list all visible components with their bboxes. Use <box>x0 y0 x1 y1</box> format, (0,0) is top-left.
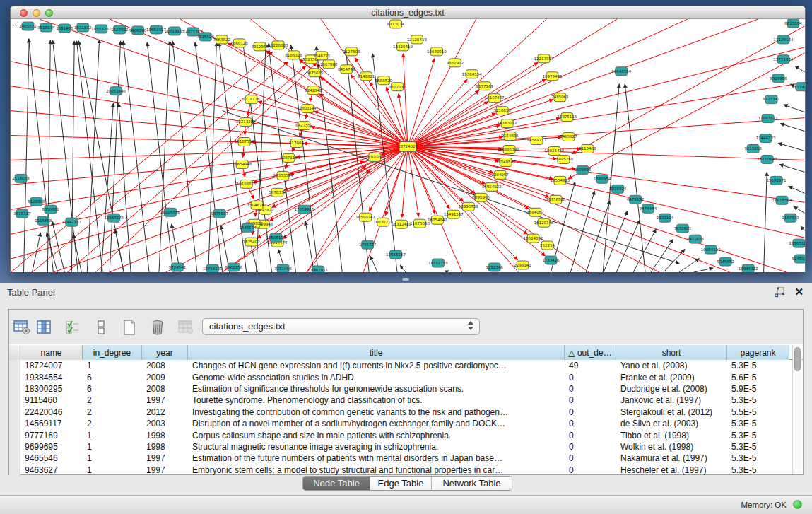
table-cell[interactable] <box>9 360 20 371</box>
table-row[interactable]: 1938455462009Genome-wide association stu… <box>9 371 803 382</box>
table-cell[interactable] <box>9 429 20 440</box>
table-cell[interactable] <box>9 465 20 476</box>
table-cell[interactable]: 1997 <box>142 465 188 476</box>
table-cell[interactable]: Embryonic stem cells: a model to study s… <box>188 465 565 476</box>
table-cell[interactable]: 5.3E-5 <box>727 452 789 464</box>
float-panel-icon[interactable] <box>775 287 785 298</box>
select-all-icon[interactable] <box>64 318 82 337</box>
table-cell[interactable] <box>9 407 20 418</box>
new-document-icon[interactable] <box>120 318 139 337</box>
table-cell[interactable]: 6 <box>83 383 142 395</box>
table-cell[interactable]: Estimation of significance thresholds fo… <box>188 383 565 395</box>
table-column-icon[interactable] <box>35 318 54 337</box>
table-row[interactable]: 1456911722003Disruption of a novel membe… <box>9 418 803 429</box>
table-scrollbar[interactable] <box>792 345 802 474</box>
table-cell[interactable]: 5.3E-5 <box>727 360 789 371</box>
table-cell[interactable]: 1 <box>83 360 142 371</box>
table-cell[interactable]: Tourette syndrome. Phenomenology and cla… <box>188 395 565 406</box>
table-cell[interactable]: Hescheler et al. (1997) <box>616 465 727 476</box>
table-cell[interactable]: Dudbridge et al. (2008) <box>616 383 727 395</box>
table-cell[interactable]: Investigating the contribution of common… <box>188 407 565 418</box>
table-cell[interactable]: 2003 <box>142 418 188 429</box>
table-cell[interactable]: 1 <box>83 429 142 440</box>
table-cell[interactable]: 18724007 <box>20 360 83 371</box>
table-cell[interactable]: 5.6E-5 <box>727 371 789 382</box>
tab-network-table[interactable]: Network Table <box>432 477 512 490</box>
table-cell[interactable]: 2 <box>83 407 142 418</box>
table-row[interactable]: 946554611997Estimation of the future num… <box>9 452 803 464</box>
network-window[interactable]: citations_edges.txt 18300295193845549177… <box>10 6 806 272</box>
table-row[interactable]: 911546021997Tourette syndrome. Phenomeno… <box>9 395 803 406</box>
table-cell[interactable]: Estimation of the future numbers of pati… <box>188 452 565 464</box>
table-cell[interactable]: Corpus callosum shape and size in male p… <box>188 429 565 440</box>
column-header-row[interactable] <box>9 345 20 360</box>
table-cell[interactable] <box>9 418 20 429</box>
table-row[interactable]: 969969511998Structural magnetic resonanc… <box>9 441 803 452</box>
table-cell[interactable] <box>9 371 20 382</box>
table-cell[interactable]: 9699695 <box>20 441 83 452</box>
tab-edge-table[interactable]: Edge Table <box>370 477 432 490</box>
table-cell[interactable]: de Silva et al. (2003) <box>616 418 727 429</box>
table-cell[interactable]: Tibbo et al. (1998) <box>616 429 727 440</box>
table-cell[interactable]: 5.5E-5 <box>727 407 789 418</box>
table-cell[interactable]: 9465546 <box>20 452 83 464</box>
table-cell[interactable]: 1997 <box>142 395 188 406</box>
table-cell[interactable]: 2008 <box>142 360 188 371</box>
table-row[interactable]: 2242004622012Investigating the contribut… <box>9 407 803 418</box>
table-cell[interactable]: 19384554 <box>20 371 83 382</box>
table-cell[interactable]: Jankovic et al. (1997) <box>616 395 727 406</box>
table-cell[interactable]: Yano et al. (2008) <box>616 360 727 371</box>
tab-node-table[interactable]: Node Table <box>303 477 370 490</box>
table-cell[interactable]: Nakamura et al. (1997) <box>616 452 727 464</box>
table-cell[interactable]: 0 <box>565 407 616 418</box>
table-cell[interactable]: Franke et al. (2009) <box>616 371 727 382</box>
column-header-name[interactable]: name <box>20 345 83 360</box>
column-header-in_degree[interactable]: in_degree <box>83 345 142 360</box>
table-cell[interactable]: 0 <box>565 465 616 476</box>
table-selector-dropdown[interactable]: citations_edges.txt <box>202 318 480 335</box>
table-cell[interactable]: 14569117 <box>20 418 83 429</box>
table-cell[interactable]: 5.3E-5 <box>727 429 789 440</box>
table-cell[interactable]: 0 <box>565 452 616 464</box>
table-cell[interactable]: Wolkin et al. (1998) <box>616 441 727 452</box>
table-cell[interactable]: Genome-wide association studies in ADHD. <box>188 371 565 382</box>
table-row[interactable]: 1872400712008Changes of HCN gene express… <box>9 360 803 371</box>
table-settings-icon[interactable] <box>13 318 31 337</box>
column-header-year[interactable]: year <box>142 345 188 360</box>
table-cell[interactable]: 5.3E-5 <box>727 395 789 406</box>
table-cell[interactable]: 0 <box>565 383 616 395</box>
column-header-short[interactable]: short <box>616 345 727 360</box>
close-panel-icon[interactable]: ✕ <box>794 286 804 298</box>
column-header-pagerank[interactable]: pagerank <box>727 345 789 360</box>
table-cell[interactable]: 5.9E-5 <box>727 383 789 395</box>
table-cell[interactable]: 2012 <box>142 407 188 418</box>
table-cell[interactable]: 9463627 <box>20 465 83 476</box>
table-cell[interactable]: 0 <box>565 429 616 440</box>
table-scrollbar-thumb[interactable] <box>794 347 801 371</box>
table-cell[interactable]: 2 <box>83 395 142 406</box>
table-cell[interactable]: 2009 <box>142 371 188 382</box>
table-cell[interactable]: 0 <box>565 395 616 406</box>
network-window-titlebar[interactable]: citations_edges.txt <box>11 6 805 19</box>
table-cell[interactable]: 5.3E-5 <box>727 418 789 429</box>
unselect-rows-icon[interactable] <box>92 318 110 337</box>
table-cell[interactable] <box>9 383 20 395</box>
table-cell[interactable] <box>9 441 20 452</box>
table-cell[interactable]: 5.3E-5 <box>727 441 789 452</box>
table-cell[interactable]: 0 <box>565 418 616 429</box>
table-cell[interactable]: 1 <box>83 441 142 452</box>
table-cell[interactable]: 1998 <box>142 429 188 440</box>
table-cell[interactable]: Disruption of a novel member of a sodium… <box>188 418 565 429</box>
delete-icon[interactable] <box>148 318 167 337</box>
column-header-title[interactable]: title <box>188 345 565 360</box>
table-cell[interactable]: Stergiakouli et al. (2012) <box>616 407 727 418</box>
table-row[interactable]: 977716911998Corpus callosum shape and si… <box>9 429 803 440</box>
table-cell[interactable]: 2008 <box>142 383 188 395</box>
column-header-out_de…[interactable]: △ out_de… <box>565 345 616 360</box>
table-cell[interactable]: 1 <box>83 452 142 464</box>
table-cell[interactable]: 1 <box>83 465 142 476</box>
network-canvas[interactable]: 1830029519384554917716916107487321681916… <box>11 19 805 272</box>
table-cell[interactable]: 1998 <box>142 441 188 452</box>
table-row[interactable]: 946362711997Embryonic stem cells: a mode… <box>9 465 803 476</box>
table-cell[interactable]: 9777169 <box>20 429 83 440</box>
